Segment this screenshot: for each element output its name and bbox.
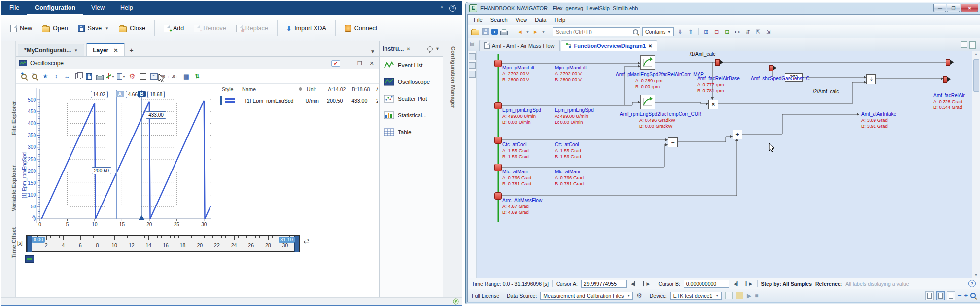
diagram-signal-label[interactable]: Amf_pManiEngSpd2facRelAirCorr_MAPA: 0.28… bbox=[616, 72, 704, 90]
cursor-a-step-back-icon[interactable]: ◀▎ bbox=[630, 281, 639, 286]
layer-thumbnail-icon[interactable] bbox=[25, 255, 34, 263]
menu-help[interactable]: Help bbox=[112, 1, 141, 15]
diagram-signal-label[interactable]: Amf_facRelAirBaseA: 0.777 rpmB: 0.781 rp… bbox=[697, 76, 740, 94]
curve-lookup-block[interactable] bbox=[640, 95, 655, 109]
restore-button[interactable]: ❐ bbox=[947, 4, 960, 12]
input-port-icon[interactable] bbox=[494, 60, 502, 67]
menu-view[interactable]: View bbox=[512, 16, 531, 24]
output-port-icon[interactable] bbox=[715, 59, 723, 65]
signal-name[interactable]: Mtc_atMani bbox=[502, 169, 531, 175]
sidebar-icon[interactable] bbox=[469, 62, 476, 69]
legend-header-delta[interactable]: Δ4.66 bbox=[375, 86, 378, 92]
menu-file[interactable]: File bbox=[1, 1, 27, 15]
tab-function-overview-diagram[interactable]: FunctionOverviewDiagram1 ✕ bbox=[561, 40, 658, 51]
save-button[interactable]: Save▼ bbox=[73, 21, 114, 35]
diagram-signal-label[interactable]: Mtc_atManiA: 0.766 GradB: 0.781 Grad bbox=[502, 169, 531, 187]
print-icon[interactable] bbox=[500, 28, 508, 36]
instruments-close-icon[interactable]: ✕ bbox=[406, 46, 410, 52]
new-tab-button[interactable]: + bbox=[125, 44, 139, 56]
menu-data[interactable]: Data bbox=[531, 16, 550, 24]
sidebar-icon[interactable] bbox=[469, 53, 476, 60]
window-float-icon[interactable] bbox=[969, 41, 976, 49]
sidebar-icon[interactable] bbox=[469, 71, 476, 78]
input-port-icon[interactable] bbox=[494, 192, 502, 200]
waveform-view-icon[interactable]: ~ bbox=[149, 72, 158, 81]
device-select[interactable]: ETK test device1▼ bbox=[670, 292, 722, 300]
diagram-signal-label[interactable]: Ctc_atCoolA: 1.55 GradB: 1.56 Grad bbox=[502, 142, 529, 160]
stop-measurement-icon[interactable]: ■ bbox=[755, 292, 758, 299]
instrument-statistical[interactable]: Statistical... bbox=[380, 107, 443, 124]
cursor-b-step-forward-icon[interactable]: ▎▶ bbox=[745, 281, 754, 286]
output-port-icon[interactable] bbox=[946, 59, 954, 65]
close-button[interactable]: ✕ bbox=[961, 4, 978, 12]
import-xda-button[interactable]: ⇓Import XDA bbox=[281, 21, 331, 36]
diagram-signal-label[interactable]: Ctc_atCoolA: 1.55 GradB: 1.56 Grad bbox=[555, 142, 581, 160]
minimize-panel-icon[interactable]: — bbox=[344, 60, 352, 66]
diagram-signal-label[interactable]: Amf_shcSpedGasConst_C bbox=[751, 76, 810, 82]
diagram-signal-label[interactable]: Mtc_atManiA: 0.766 GradB: 0.781 Grad bbox=[555, 169, 584, 187]
zoom-in-icon[interactable]: + bbox=[19, 72, 28, 81]
zoom-out-icon[interactable]: − bbox=[958, 292, 962, 299]
signal-name[interactable]: Amf_shcSpedGasConst_C bbox=[751, 76, 810, 82]
search-box[interactable] bbox=[553, 27, 640, 36]
time-range-slider[interactable]: 246810121416182022242628300.0031.19 bbox=[26, 235, 300, 252]
subtract-operator[interactable]: − bbox=[668, 137, 678, 147]
forward-icon[interactable]: ► bbox=[531, 28, 540, 36]
tab-layer[interactable]: Layer✕ bbox=[86, 43, 124, 56]
cursor-a-time-chip[interactable]: 14.02 bbox=[91, 91, 108, 98]
table-export-icon[interactable]: ▦ bbox=[182, 72, 191, 81]
diagram-tool-icon[interactable]: ⊟ bbox=[712, 28, 721, 36]
instrument-oscilloscope[interactable]: Oscilloscope bbox=[380, 73, 443, 90]
fit-horizontal-icon[interactable]: ↔ bbox=[63, 72, 71, 81]
minimize-button[interactable]: — bbox=[933, 4, 946, 12]
zoom-out-icon[interactable]: − bbox=[30, 72, 39, 81]
zoom-fit-icon[interactable]: ★ bbox=[41, 72, 50, 81]
diagram-signal-label[interactable]: Epm_rpmEngSpdA: 499.00 U/minB: 0.00 U/mi… bbox=[555, 107, 594, 125]
two-page-view-icon[interactable] bbox=[947, 291, 955, 300]
instrument-event-list[interactable]: Event List bbox=[380, 57, 443, 73]
fit-page-view-icon[interactable] bbox=[936, 291, 945, 300]
cursor-b-input[interactable]: 0.000000000 bbox=[684, 280, 729, 288]
contains-dropdown[interactable]: Contains▼ bbox=[642, 27, 674, 36]
diagram-signal-label[interactable]: Arrc_AirMassFlowA: 4.67 GradB: 4.69 Grad bbox=[502, 198, 542, 215]
data-source-settings-icon[interactable]: ⚙ bbox=[636, 292, 642, 299]
layout-icon[interactable]: ▼ bbox=[117, 72, 126, 81]
next-result-icon[interactable]: ⇓ bbox=[676, 28, 684, 36]
signal-name[interactable]: Mtc_atMani bbox=[555, 169, 584, 175]
replace-button[interactable]: ↺Replace bbox=[231, 21, 273, 36]
tab-overflow-icon[interactable]: ▼ bbox=[366, 47, 379, 56]
collapse-ribbon-icon[interactable]: ^ bbox=[441, 5, 443, 11]
fit-vertical-icon[interactable]: ↕ bbox=[52, 72, 61, 81]
add-operator[interactable]: + bbox=[733, 130, 742, 139]
tab-air-mass-flow[interactable]: Amf - Amf - Air Mass Flow bbox=[479, 40, 560, 51]
signal-name[interactable]: Amf_rpmEngSpd2facTempCorr_CUR bbox=[620, 111, 701, 117]
diagram-signal-label[interactable]: Mpc_pManiFiltA: 2792.00 VB: 2800.00 V bbox=[555, 65, 587, 83]
legend-header-cursor-a[interactable]: A:14.02 bbox=[326, 86, 350, 92]
search-icon[interactable] bbox=[633, 29, 638, 34]
save-image-icon[interactable] bbox=[84, 72, 93, 81]
help-icon[interactable]: ? bbox=[968, 280, 976, 287]
signal-name[interactable]: Epm_rpmEngSpd bbox=[555, 107, 594, 113]
signal-name[interactable]: Amf_facRelAirBase bbox=[697, 76, 740, 82]
zoom-search-icon[interactable] bbox=[970, 293, 976, 298]
sidebar-tab-configuration-manager[interactable]: Configuration Manager bbox=[450, 46, 456, 108]
diagram-tool-icon[interactable]: ⊡ bbox=[723, 28, 731, 36]
diagram-signal-label[interactable]: Amf_facRelAirA: 0.328 GradB: 0.344 Grad bbox=[933, 93, 965, 110]
menu-help[interactable]: Help bbox=[551, 16, 570, 24]
tab-myconfiguration[interactable]: *MyConfigurati...▼ bbox=[18, 44, 84, 56]
save-icon[interactable] bbox=[481, 28, 490, 36]
signal-name[interactable]: Amf_atAirIntake bbox=[861, 111, 896, 117]
connect-button[interactable]: Connect bbox=[340, 21, 383, 35]
diagram-tool-icon[interactable]: ⇱ bbox=[754, 28, 762, 36]
prev-result-icon[interactable]: ⇑ bbox=[686, 28, 695, 36]
signal-name[interactable]: Ctc_atCool bbox=[502, 142, 529, 148]
device-config-icon[interactable] bbox=[725, 292, 733, 299]
remove-button[interactable]: −Remove bbox=[189, 21, 231, 36]
add-button[interactable]: +Add bbox=[159, 21, 189, 36]
signal-name[interactable]: Mpc_pManiFilt bbox=[502, 65, 534, 71]
diagram-tool-icon[interactable]: ⇲ bbox=[764, 28, 772, 36]
menu-view[interactable]: View bbox=[83, 1, 112, 15]
legend-row[interactable]: [1] Epm_rpmEngSpd U/min 200.50 433.00 23… bbox=[220, 95, 378, 106]
title-bar[interactable]: E EHANDBOOK-NAVIGATOR - Flex_gensvg_Leve… bbox=[467, 2, 980, 14]
diagram-tool-icon[interactable]: ⊷ bbox=[733, 28, 741, 36]
